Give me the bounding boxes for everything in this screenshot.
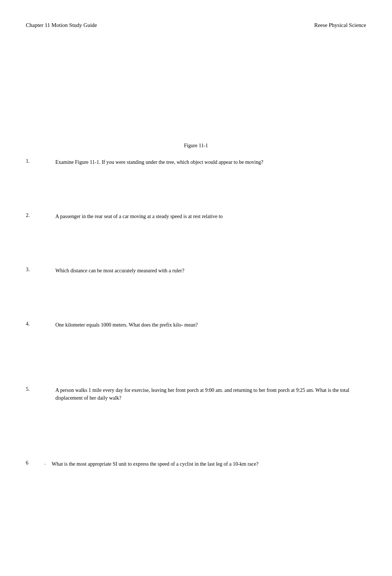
question-4: 4. One kilometer equals 1000 meters. Wha… [26,314,366,335]
header-title-left: Chapter 11 Motion Study Guide [26,22,97,28]
question-6: 6 . What is the most appropriate SI unit… [26,460,366,468]
question-3-number: 3. [26,267,55,275]
q5-answer-space [26,408,366,442]
question-2-text: A passenger in the rear seat of a car mo… [55,213,366,220]
header-title-right: Reese Physical Science [314,22,366,28]
question-3: 3. Which distance can be most accurately… [26,260,366,281]
q4-answer-space [26,335,366,369]
q3-answer-space [26,281,366,307]
question-1-number: 1. [26,158,55,166]
questions-section: 1. Examine Figure 11-1. If you were stan… [26,155,366,468]
figure-caption: Figure 11-1 [26,143,366,149]
question-4-text: One kilometer equals 1000 meters. What d… [55,321,366,329]
q1-answer-space [26,173,366,199]
q2-answer-space [26,227,366,253]
question-1: 1. Examine Figure 11-1. If you were stan… [26,155,366,173]
question-2: 2. A passenger in the rear seat of a car… [26,206,366,227]
question-5: 5. A person walks 1 mile every day for e… [26,380,366,408]
question-5-number: 5. [26,386,55,402]
question-2-number: 2. [26,213,55,220]
question-5-text: A person walks 1 mile every day for exer… [55,386,366,402]
question-6-text: What is the most appropriate SI unit to … [52,460,366,468]
page: Chapter 11 Motion Study Guide Reese Phys… [0,0,392,576]
question-6-dot: . [44,460,52,466]
question-1-text: Examine Figure 11-1. If you were standin… [55,158,366,166]
figure-area [26,36,366,143]
question-6-number: 6 [26,460,44,466]
question-3-text: Which distance can be most accurately me… [55,267,366,275]
question-4-number: 4. [26,321,55,329]
header: Chapter 11 Motion Study Guide Reese Phys… [26,22,366,28]
